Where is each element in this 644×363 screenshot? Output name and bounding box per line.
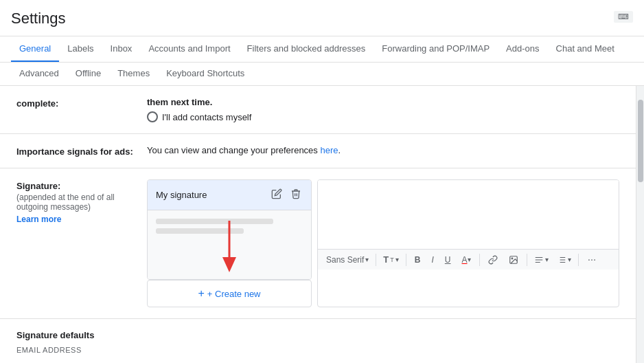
keyboard-icon: ⌨ [614,11,633,23]
settings-content: complete: them next time. I'll add conta… [0,86,644,363]
sig-defaults-title: Signature defaults [16,330,619,340]
font-size-chevron: ▾ [395,256,399,263]
font-family-chevron: ▾ [365,256,369,263]
scrollbar[interactable] [636,86,644,363]
tab-labels[interactable]: Labels [59,36,102,63]
link-button[interactable] [484,253,502,267]
signature-label: Signature: (appended at the end of all o… [16,179,147,224]
importance-text: You can view and change your preferences [147,145,320,155]
toolbar-sep-1 [376,254,376,266]
font-size-icon-small: T [390,256,394,263]
font-family-dropdown[interactable]: Sans Serif ▾ [323,253,371,267]
underline-button[interactable]: U [441,253,455,267]
toolbar-sep-4 [527,254,527,266]
image-icon [509,255,518,265]
importance-label: Importance signals for ads: [16,145,147,157]
svg-point-13 [588,259,590,261]
more-button[interactable] [583,253,601,267]
tab-forwarding[interactable]: Forwarding and POP/IMAP [373,36,498,63]
complete-label: complete: [16,97,147,109]
toolbar-sep-5 [578,254,579,266]
image-button[interactable] [505,253,522,267]
signature-item-actions [270,187,303,203]
align-icon [534,255,544,265]
font-color-button[interactable]: A ▾ [458,253,475,267]
primary-nav: General Labels Inbox Accounts and Import… [0,36,644,63]
radio-option-contacts: I'll add contacts myself [147,111,619,122]
tab-advanced[interactable]: Advanced [11,63,67,86]
complete-value: them next time. I'll add contacts myself [147,97,619,122]
delete-signature-button[interactable] [289,187,303,203]
setting-row-importance: Importance signals for ads: You can view… [0,134,636,168]
signature-container: My signature [147,179,619,307]
signature-left-panel: My signature [147,179,312,307]
bold-button[interactable]: B [411,253,425,267]
signature-editor: Sans Serif ▾ T T ▾ B I [317,179,619,307]
complete-bold: them next time. [147,97,619,107]
create-new-button[interactable]: + + Create new [147,280,312,307]
radio-contacts-label: I'll add contacts myself [162,112,251,122]
page-title: Settings [11,10,66,36]
importance-text-after: . [338,145,341,155]
learn-more-link[interactable]: Learn more [16,214,61,224]
edit-signature-button[interactable] [270,187,284,203]
list-dropdown[interactable]: ▾ [554,253,574,267]
signature-list: My signature [147,179,312,280]
svg-point-15 [594,259,595,261]
setting-row-complete: complete: them next time. I'll add conta… [0,86,636,134]
font-size-dropdown[interactable]: T T ▾ [380,252,401,267]
italic-button[interactable]: I [427,253,437,267]
setting-row-signature: Signature: (appended at the end of all o… [0,168,636,319]
align-dropdown[interactable]: ▾ [531,253,551,267]
font-family-label: Sans Serif [326,255,364,265]
tab-accounts[interactable]: Accounts and Import [140,36,238,63]
more-icon [587,255,597,265]
editor-toolbar: Sans Serif ▾ T T ▾ B I [318,249,619,270]
tab-general[interactable]: General [11,36,59,63]
create-new-plus: + [198,287,204,300]
here-link[interactable]: here [320,145,338,155]
sig-defaults-subtitle: EMAIL ADDRESS [16,346,619,354]
editor-area[interactable] [318,180,619,249]
signature-item-name: My signature [156,190,207,200]
font-size-icon: T [383,254,389,265]
font-color-chevron: ▾ [468,256,471,263]
tab-filters[interactable]: Filters and blocked addresses [239,36,374,63]
list-chevron: ▾ [568,256,571,263]
toolbar-sep-3 [479,254,480,266]
settings-main: complete: them next time. I'll add conta… [0,86,636,363]
create-new-label: + Create new [207,289,261,299]
header: Settings [0,0,644,36]
tab-offline[interactable]: Offline [67,63,109,86]
svg-point-14 [591,259,593,261]
radio-contacts[interactable] [147,111,158,122]
signature-sublabel: (appended at the end of all outgoing mes… [16,192,147,212]
scrollbar-thumb[interactable] [638,100,643,182]
signature-item[interactable]: My signature [148,180,311,210]
setting-row-sig-defaults: Signature defaults EMAIL ADDRESS [0,319,636,363]
tab-addons[interactable]: Add-ons [498,36,547,63]
red-arrow [209,217,250,279]
tab-inbox[interactable]: Inbox [102,36,141,63]
align-chevron: ▾ [545,256,549,263]
signature-label-text: Signature: [16,181,147,191]
link-icon [488,255,498,265]
importance-value: You can view and change your preferences… [147,145,619,155]
signature-preview [148,210,311,279]
toolbar-sep-2 [406,254,406,266]
tab-chat[interactable]: Chat and Meet [548,36,623,63]
signature-value: My signature [147,179,619,307]
svg-marker-1 [222,257,236,272]
font-color-label: A [462,255,468,265]
svg-point-3 [511,258,513,259]
tab-themes[interactable]: Themes [109,63,158,86]
secondary-nav: Advanced Offline Themes Keyboard Shortcu… [0,63,644,86]
tab-shortcuts[interactable]: Keyboard Shortcuts [158,63,253,86]
list-icon [557,255,566,265]
